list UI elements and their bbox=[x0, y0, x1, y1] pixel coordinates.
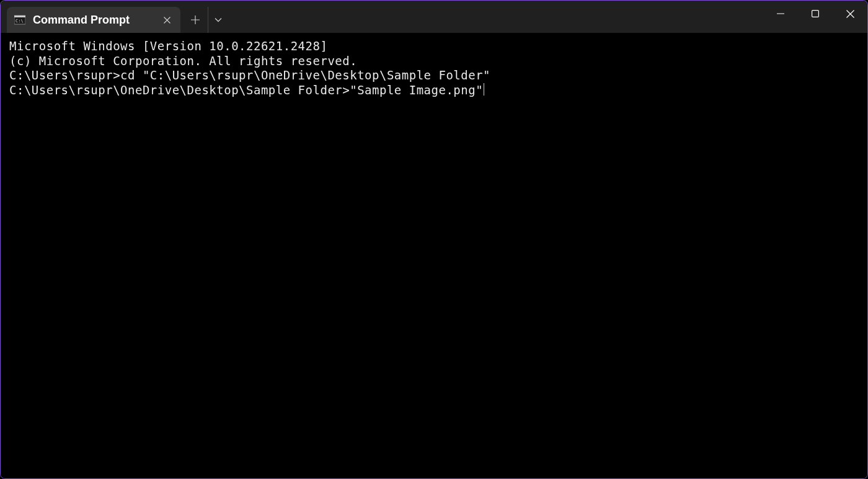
svg-rect-1 bbox=[14, 16, 25, 17]
minimize-button[interactable] bbox=[763, 1, 798, 27]
svg-rect-8 bbox=[812, 11, 819, 17]
tab-dropdown-button[interactable] bbox=[208, 7, 228, 33]
tab-active[interactable]: C:\ Command Prompt bbox=[7, 7, 180, 33]
svg-text:C:\: C:\ bbox=[16, 19, 24, 24]
terminal-line: (c) Microsoft Corporation. All rights re… bbox=[9, 54, 859, 69]
tab-close-button[interactable] bbox=[161, 14, 173, 26]
new-tab-button[interactable] bbox=[183, 7, 208, 33]
terminal-line: C:\Users\rsupr>cd "C:\Users\rsupr\OneDri… bbox=[9, 68, 859, 83]
maximize-icon bbox=[812, 10, 819, 17]
plus-icon bbox=[191, 16, 200, 24]
titlebar: C:\ Command Prompt bbox=[1, 1, 867, 33]
terminal-line: C:\Users\rsupr\OneDrive\Desktop\Sample F… bbox=[9, 83, 483, 97]
terminal-line: Microsoft Windows [Version 10.0.22621.24… bbox=[9, 39, 859, 54]
chevron-down-icon bbox=[215, 17, 222, 22]
command-prompt-icon: C:\ bbox=[14, 14, 25, 25]
close-window-button[interactable] bbox=[833, 1, 867, 27]
terminal-content[interactable]: Microsoft Windows [Version 10.0.22621.24… bbox=[1, 33, 867, 478]
tab-strip: C:\ Command Prompt bbox=[1, 1, 228, 33]
text-cursor bbox=[484, 83, 484, 96]
window-controls bbox=[763, 1, 867, 27]
minimize-icon bbox=[777, 10, 784, 17]
close-icon bbox=[164, 17, 170, 24]
maximize-button[interactable] bbox=[798, 1, 833, 27]
close-icon bbox=[846, 10, 854, 18]
tab-title: Command Prompt bbox=[33, 14, 148, 27]
